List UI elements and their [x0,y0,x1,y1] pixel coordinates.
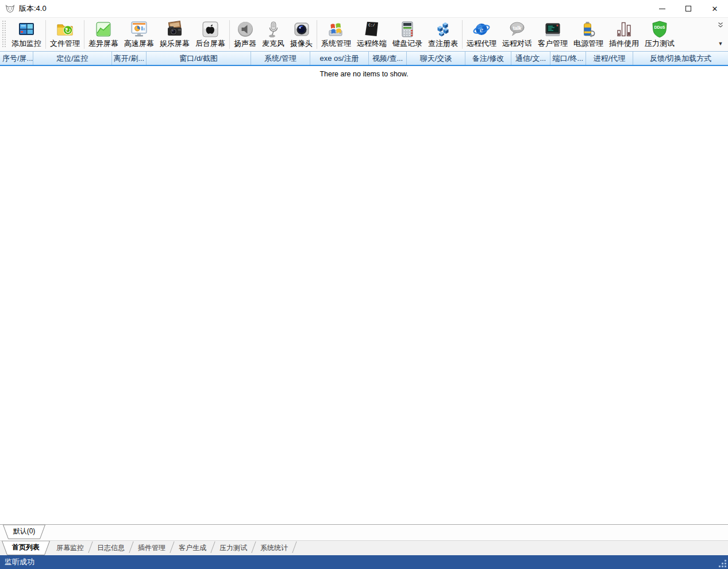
list-header: 序号/屏... 定位/监控 离开/刷... 窗口/d/截图 系统/管理 exe … [0,51,728,66]
window-controls: ✕ [649,0,728,17]
keylogger-icon [398,20,417,38]
header-col-chat[interactable]: 聊天/交谈 [407,52,465,65]
tab-stress-test[interactable]: 压力测试 [213,541,253,555]
client-manage-icon [544,20,562,38]
toolbar-button-diff-screen[interactable]: 差异屏幕 [86,20,121,49]
toolbar-button-registry[interactable]: 查注册表 [425,20,461,49]
minimize-button[interactable] [649,0,675,17]
remote-chat-icon: talk [508,20,526,38]
tab-plugin-manage[interactable]: 插件管理 [132,541,172,555]
statusbar: 监听成功 [0,555,728,569]
toolbar-label: 扬声器 [234,38,256,48]
toolbar-button-remote-proxy[interactable]: e 远程代理 [464,20,499,49]
header-col-comm[interactable]: 通信/文... [511,52,550,65]
toolbar-label: 远程对话 [502,38,532,48]
toolbar-label: 娱乐屏幕 [160,38,190,48]
client-list-area[interactable]: There are no items to show. [0,66,728,524]
header-col-video[interactable]: 视频/查... [369,52,407,65]
toolbar-button-system-manage[interactable]: 系统管理 [318,20,354,49]
toolbar-button-add-monitor[interactable]: 添加监控 [9,20,44,49]
toolbar-label: 高速屏幕 [124,38,154,48]
toolbar-gripper[interactable] [2,21,6,48]
system-manage-icon [327,20,345,38]
fast-screen-icon [130,20,148,38]
toolbar-button-fast-screen[interactable]: 高速屏幕 [121,20,157,49]
tab-client-generate[interactable]: 客户生成 [172,541,213,555]
app-icon [5,4,15,14]
toolbar-overflow: ▼ [714,20,727,49]
group-tab-label: 默认(0) [3,525,45,539]
maximize-icon [685,6,691,11]
tab-screen-monitor[interactable]: 屏幕监控 [50,541,90,555]
registry-icon [434,20,452,38]
toolbar-label: 键盘记录 [392,38,422,48]
group-tab-default[interactable]: 默认(0) [3,525,45,539]
file-manager-icon: ↻ [56,20,74,38]
header-col-feedback[interactable]: 反馈/切换加载方式 [633,52,728,65]
header-col-port[interactable]: 端口/终... [550,52,586,65]
header-col-process[interactable]: 进程/代理 [586,52,633,65]
toolbar-button-plugin-usage[interactable]: 插件使用 [606,20,642,49]
toolbar-label: 查注册表 [428,38,458,48]
header-col-system[interactable]: 系统/管理 [251,52,310,65]
plugin-usage-icon [615,20,633,38]
tab-system-stats[interactable]: 系统统计 [254,541,294,555]
header-col-locate[interactable]: 定位/监控 [33,52,112,65]
toolbar-button-file-manager[interactable]: ↻ 文件管理 [47,20,83,49]
toolbar-label: 麦克风 [262,38,284,48]
toolbar-overflow-chevron-icon[interactable] [717,22,724,29]
toolbar-button-keylogger[interactable]: 键盘记录 [390,20,425,49]
toolbar-button-power-manage[interactable]: 电源管理 [571,20,606,49]
group-tab-bar: 默认(0) [0,524,728,540]
toolbar-label: 文件管理 [50,38,80,48]
toolbar: 添加监控 ↻ 文件管理 差异屏幕 [0,17,728,51]
toolbar-button-remote-terminal[interactable]: C:/ 远程终端 [354,20,390,49]
toolbar-button-client-manage[interactable]: 客户管理 [535,20,571,49]
microphone-icon [264,20,283,38]
tab-home-list[interactable]: 首页列表 [2,541,50,555]
toolbar-button-webcam[interactable]: 摄像头 [287,20,315,49]
toolbar-label: 压力测试 [645,38,675,48]
toolbar-label: 后台屏幕 [195,38,225,48]
remote-proxy-icon: e [472,20,491,38]
remote-terminal-icon: C:/ [363,20,381,38]
background-screen-icon [201,20,219,38]
maximize-button[interactable] [675,0,702,17]
tab-log-info[interactable]: 日志信息 [91,541,131,555]
toolbar-button-remote-chat[interactable]: talk 远程对话 [499,20,535,49]
toolbar-button-fun-screen[interactable]: 娱乐屏幕 [157,20,192,49]
stress-test-icon: DDoS [650,20,669,38]
toolbar-label: 客户管理 [538,38,568,48]
speaker-icon [236,20,255,38]
toolbar-label: 摄像头 [290,38,313,48]
toolbar-label: 远程终端 [357,38,387,48]
app-window: 版本:4.0 ✕ 添加监控 ↻ 文件管理 [0,0,728,569]
toolbar-label: 系统管理 [321,38,351,48]
toolbar-separator [45,20,46,49]
toolbar-label: 差异屏幕 [88,38,118,48]
header-col-window[interactable]: 窗口/d/截图 [147,52,251,65]
close-button[interactable]: ✕ [702,0,728,17]
header-col-serial[interactable]: 序号/屏... [0,52,33,65]
toolbar-button-background-screen[interactable]: 后台屏幕 [192,20,228,49]
close-icon: ✕ [712,5,718,13]
header-col-exe-os[interactable]: exe os/注册 [310,52,369,65]
toolbar-label: 远程代理 [467,38,496,48]
toolbar-separator [84,20,84,49]
toolbar-label: 电源管理 [573,38,603,48]
resize-grip[interactable] [719,560,728,569]
toolbar-button-stress-test[interactable]: DDoS 压力测试 [642,20,677,49]
toolbar-button-speaker[interactable]: 扬声器 [231,20,259,49]
fun-screen-icon [165,20,184,38]
webcam-icon [292,20,311,38]
header-col-away[interactable]: 离开/刷... [112,52,147,65]
toolbar-button-microphone[interactable]: 麦克风 [259,20,287,49]
toolbar-separator [229,20,230,49]
power-manage-icon [579,20,598,38]
add-monitor-icon [17,20,36,38]
ddos-icon-text: DDoS [654,25,665,29]
svg-text:↻: ↻ [64,26,71,35]
toolbar-dropdown-icon[interactable]: ▼ [718,41,723,46]
header-col-remark[interactable]: 备注/修改 [465,52,511,65]
toolbar-label: 插件使用 [609,38,639,48]
